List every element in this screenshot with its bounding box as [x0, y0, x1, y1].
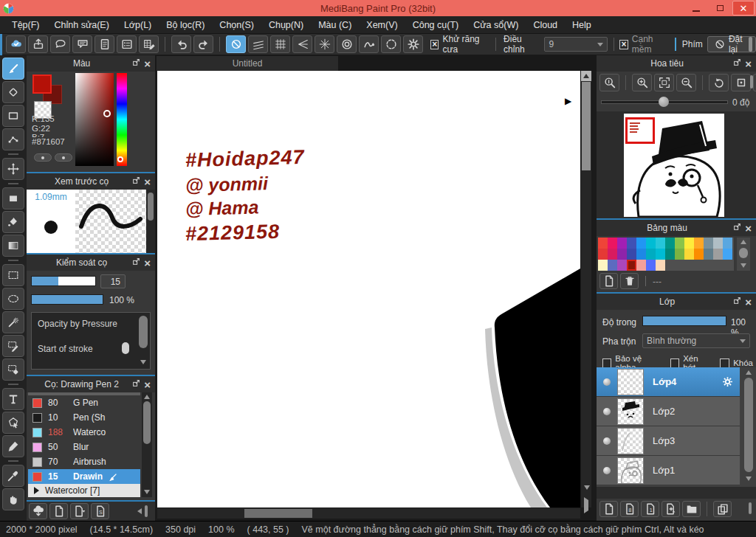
- page-menu-button[interactable]: [70, 503, 89, 519]
- page-button[interactable]: [49, 503, 68, 519]
- palette-swatch[interactable]: [694, 238, 704, 249]
- palette-swatch[interactable]: [684, 238, 694, 249]
- palette-swatch[interactable]: [723, 238, 732, 249]
- menu-filter[interactable]: Bộ lọc(R): [159, 16, 212, 34]
- close-icon[interactable]: ×: [144, 379, 151, 390]
- saturation-value-picker[interactable]: [75, 73, 114, 166]
- palette-swatch[interactable]: [656, 249, 665, 260]
- close-button[interactable]: ✕: [732, 1, 755, 15]
- scrollbar-thumb[interactable]: [139, 316, 148, 348]
- stroke-toggle-knob[interactable]: [122, 342, 129, 354]
- hand-button[interactable]: [2, 488, 24, 510]
- blend-mode-dropdown[interactable]: Bình thường: [642, 333, 750, 348]
- popout-icon[interactable]: [132, 176, 140, 187]
- brush-row-selected[interactable]: 15 Drawin: [28, 469, 140, 484]
- zoom-actual-button[interactable]: [599, 74, 619, 91]
- navigator-scroll-nub[interactable]: [750, 75, 753, 89]
- brush-row[interactable]: 188 Waterco: [28, 425, 140, 440]
- scroll-right-button[interactable]: [584, 500, 588, 510]
- snap-off-button[interactable]: [226, 35, 246, 53]
- scrollbar-thumb[interactable]: [148, 193, 154, 221]
- brush-size-value[interactable]: 15: [100, 274, 126, 288]
- palette-swatch[interactable]: [665, 238, 675, 249]
- scrollbar-thumb[interactable]: [143, 401, 151, 444]
- palette-swatch[interactable]: [656, 260, 665, 271]
- layer-visibility-dot[interactable]: [603, 408, 611, 415]
- document-button[interactable]: [94, 35, 114, 53]
- canvas-edit-button[interactable]: [139, 35, 159, 53]
- select-pen-button[interactable]: [2, 335, 24, 357]
- palette-swatch[interactable]: [675, 249, 684, 260]
- brush-group-row[interactable]: Watercolor [7]: [28, 484, 140, 497]
- hue-bar[interactable]: [117, 73, 127, 166]
- bucket-button[interactable]: [2, 211, 24, 233]
- navigator-view-rect[interactable]: [625, 117, 655, 144]
- popout-icon[interactable]: [132, 257, 140, 268]
- folder-button[interactable]: [682, 501, 701, 517]
- color-picker-button[interactable]: [55, 153, 72, 162]
- palette-swatch[interactable]: [636, 260, 646, 271]
- palette-swatch[interactable]: [608, 260, 617, 271]
- page-plus-menu-button[interactable]: [662, 501, 680, 517]
- magic-wand-button[interactable]: [2, 311, 24, 333]
- palette-scrollbar[interactable]: [737, 238, 750, 271]
- polyline-button[interactable]: [2, 128, 24, 150]
- palette-swatch[interactable]: [675, 238, 684, 249]
- close-icon[interactable]: ×: [144, 58, 151, 69]
- scroll-up-button[interactable]: [581, 71, 591, 81]
- layer-visibility-dot[interactable]: [603, 378, 611, 386]
- close-icon[interactable]: ×: [745, 58, 752, 69]
- document-list-button[interactable]: [117, 35, 137, 53]
- menu-tools[interactable]: Công cụ(T): [405, 16, 467, 34]
- palette-swatch[interactable]: [627, 249, 636, 260]
- close-icon[interactable]: ×: [745, 223, 752, 234]
- eyedropper-button[interactable]: [2, 465, 24, 487]
- adjust-dropdown[interactable]: 9: [544, 37, 607, 52]
- layer-row[interactable]: Lớp3: [597, 426, 740, 456]
- palette-swatch[interactable]: [646, 260, 656, 271]
- scrollbar-thumb[interactable]: [739, 248, 748, 258]
- upload-button[interactable]: [28, 35, 48, 53]
- snap-concentric-button[interactable]: [337, 35, 357, 53]
- palette-swatch[interactable]: [608, 238, 617, 249]
- snap-grid-button[interactable]: [270, 35, 290, 53]
- minimize-button[interactable]: [685, 1, 707, 15]
- eraser-button[interactable]: [2, 81, 24, 103]
- brush-row[interactable]: 50 Blur: [28, 440, 140, 454]
- rotate-ccw-button[interactable]: [709, 74, 729, 91]
- panel-scroll-nub[interactable]: [145, 505, 148, 517]
- snap-radial-button[interactable]: [315, 35, 334, 53]
- fill-rect-button[interactable]: [2, 187, 24, 209]
- menu-help[interactable]: Help: [565, 16, 599, 34]
- close-icon[interactable]: ×: [144, 176, 151, 187]
- layer-footer-scroll-nub[interactable]: [749, 502, 752, 514]
- canvas[interactable]: #Hoidap247 @ yonmii @ Hama #2129158 ▶: [157, 71, 580, 507]
- select-eraser-button[interactable]: [2, 358, 24, 381]
- duplicate-button[interactable]: [713, 501, 732, 517]
- palette-swatch[interactable]: [598, 249, 608, 260]
- palette-swatch[interactable]: [646, 249, 656, 260]
- zoom-in-button[interactable]: [632, 74, 652, 91]
- antialias-checkbox[interactable]: × Khử răng cưa: [430, 34, 489, 55]
- palette-swatch[interactable]: [704, 249, 713, 260]
- brush-list-scrollbar[interactable]: [142, 392, 152, 497]
- panel-scrollbar[interactable]: [146, 190, 155, 253]
- palette-swatch[interactable]: [656, 238, 665, 249]
- menu-file[interactable]: Tệp(F): [4, 16, 47, 34]
- layer-row-selected[interactable]: Lớp4: [597, 367, 740, 397]
- menu-window[interactable]: Cửa sổ(W): [466, 16, 526, 34]
- undo-button[interactable]: [171, 35, 191, 53]
- palette-swatch-selected[interactable]: [627, 260, 636, 271]
- scrollbar-thumb[interactable]: [582, 82, 591, 170]
- scroll-down-icon[interactable]: [740, 263, 746, 268]
- brush-row[interactable]: 70 Airbrush: [28, 454, 140, 469]
- snap-vanishing-button[interactable]: [292, 35, 312, 53]
- document-tab[interactable]: Untitled: [157, 56, 338, 71]
- palette-swatch[interactable]: [704, 238, 713, 249]
- rotate-reset-button[interactable]: [731, 74, 751, 91]
- brush-button[interactable]: [2, 58, 24, 80]
- comment-button[interactable]: [50, 35, 70, 53]
- palette-swatch[interactable]: [608, 249, 617, 260]
- scroll-down-icon[interactable]: [140, 360, 146, 364]
- close-icon[interactable]: ×: [745, 297, 752, 308]
